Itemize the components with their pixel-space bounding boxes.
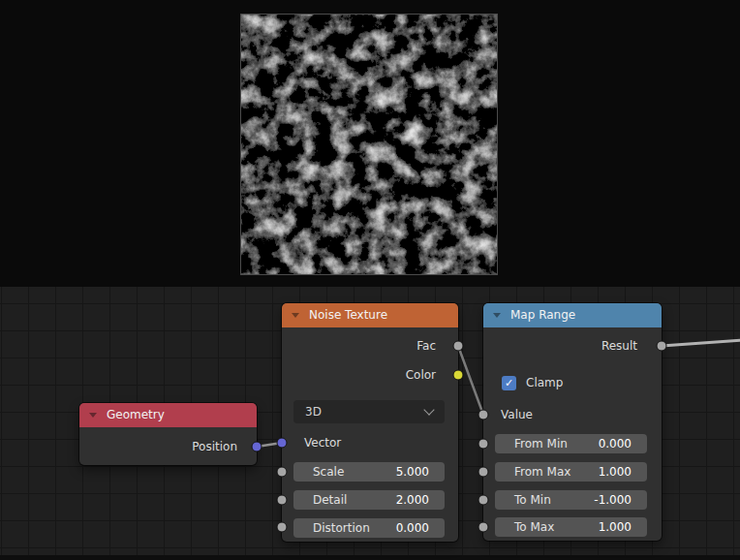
output-label-result: Result bbox=[483, 338, 662, 354]
socket-geometry-position-output[interactable] bbox=[252, 442, 262, 452]
to-max-slider[interactable]: To Max 1.000 bbox=[495, 517, 647, 537]
node-noise-texture[interactable]: Noise Texture Fac Color 3D Vector Scale … bbox=[282, 303, 458, 542]
slider-value: 0.000 bbox=[396, 521, 429, 535]
dimensions-dropdown[interactable]: 3D bbox=[293, 400, 445, 423]
collapse-arrow-icon[interactable] bbox=[292, 313, 299, 318]
from-max-slider[interactable]: From Max 1.000 bbox=[495, 462, 647, 482]
socket-maprange-from-min-input[interactable] bbox=[478, 439, 489, 450]
slider-value: 5.000 bbox=[396, 465, 429, 479]
blender-node-editor-screen: Geometry Position Noise Texture Fac Colo… bbox=[0, 0, 740, 560]
chevron-down-icon bbox=[423, 404, 434, 415]
slider-label: From Min bbox=[514, 437, 568, 451]
node-title: Geometry bbox=[107, 408, 165, 421]
node-title: Noise Texture bbox=[309, 308, 387, 322]
clamp-label: Clamp bbox=[526, 376, 563, 389]
socket-noise-color-output[interactable] bbox=[453, 370, 464, 381]
slider-value: 0.000 bbox=[599, 437, 632, 451]
slider-label: To Min bbox=[514, 493, 551, 507]
detail-slider[interactable]: Detail 2.000 bbox=[293, 490, 445, 510]
output-label-color: Color bbox=[282, 367, 458, 383]
to-min-slider[interactable]: To Min -1.000 bbox=[495, 490, 647, 510]
socket-noise-fac-output[interactable] bbox=[453, 341, 464, 352]
socket-noise-scale-input[interactable] bbox=[277, 467, 288, 478]
node-geometry-header[interactable]: Geometry bbox=[79, 403, 257, 427]
noise-preview-svg bbox=[241, 15, 497, 274]
node-editor-canvas[interactable]: Geometry Position Noise Texture Fac Colo… bbox=[0, 287, 740, 555]
socket-maprange-to-max-input[interactable] bbox=[478, 522, 489, 533]
wire-fac-to-value bbox=[458, 346, 483, 415]
slider-value: 1.000 bbox=[599, 465, 632, 479]
input-label-value: Value bbox=[483, 407, 662, 422]
output-label-fac: Fac bbox=[282, 338, 458, 354]
slider-label: Distortion bbox=[313, 521, 370, 535]
collapse-arrow-icon[interactable] bbox=[493, 313, 501, 318]
preview-area bbox=[0, 0, 740, 287]
area-divider[interactable] bbox=[0, 555, 740, 560]
node-title: Map Range bbox=[510, 308, 575, 322]
node-noise-texture-header[interactable]: Noise Texture bbox=[282, 303, 458, 327]
slider-value: 2.000 bbox=[396, 493, 429, 507]
clamp-checkbox[interactable]: ✓ bbox=[502, 376, 516, 390]
noise-preview-image bbox=[240, 14, 498, 275]
slider-value: -1.000 bbox=[594, 493, 632, 507]
socket-noise-detail-input[interactable] bbox=[277, 495, 288, 506]
node-map-range-header[interactable]: Map Range bbox=[483, 303, 662, 327]
collapse-arrow-icon[interactable] bbox=[89, 413, 97, 418]
check-icon: ✓ bbox=[505, 376, 513, 390]
socket-maprange-to-min-input[interactable] bbox=[478, 495, 489, 506]
clamp-row: ✓ Clamp bbox=[502, 375, 563, 390]
slider-label: To Max bbox=[514, 520, 554, 534]
slider-label: From Max bbox=[514, 465, 570, 479]
socket-noise-distortion-input[interactable] bbox=[277, 522, 288, 533]
from-min-slider[interactable]: From Min 0.000 bbox=[495, 434, 647, 453]
slider-label: Detail bbox=[313, 493, 347, 507]
socket-maprange-from-max-input[interactable] bbox=[478, 467, 489, 478]
node-map-range[interactable]: Map Range Result ✓ Clamp Value From Min … bbox=[483, 303, 662, 541]
distortion-slider[interactable]: Distortion 0.000 bbox=[293, 518, 445, 538]
slider-label: Scale bbox=[313, 465, 344, 479]
dropdown-value: 3D bbox=[305, 405, 322, 419]
socket-maprange-result-output[interactable] bbox=[657, 341, 667, 352]
slider-value: 1.000 bbox=[599, 520, 632, 534]
scale-slider[interactable]: Scale 5.000 bbox=[293, 462, 445, 482]
wire-result-to-offscreen bbox=[662, 340, 740, 346]
socket-noise-vector-input[interactable] bbox=[277, 438, 288, 449]
output-label-position: Position bbox=[79, 439, 257, 454]
input-label-vector: Vector bbox=[282, 435, 458, 451]
socket-maprange-value-input[interactable] bbox=[478, 410, 489, 420]
node-geometry[interactable]: Geometry Position bbox=[79, 403, 257, 465]
